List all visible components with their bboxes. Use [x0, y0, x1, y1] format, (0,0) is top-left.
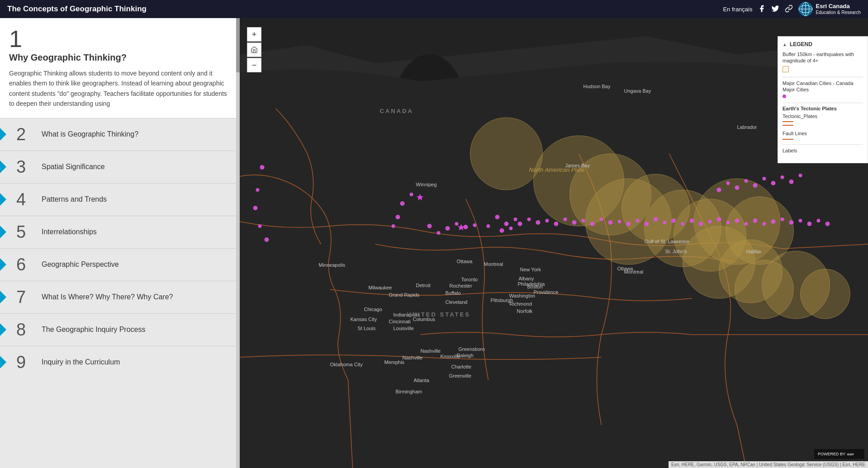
svg-point-74	[464, 225, 468, 229]
svg-point-61	[789, 220, 794, 225]
svg-point-82	[771, 181, 776, 185]
nav-label-4: Patterns and Trends	[42, 195, 107, 203]
legend-divider-1	[783, 77, 863, 77]
legend-fault-label: Fault Lines	[783, 130, 863, 137]
svg-text:Richmond: Richmond	[510, 301, 532, 307]
svg-point-35	[554, 222, 559, 226]
svg-point-58	[763, 222, 766, 226]
nav-number-4: 4	[16, 190, 34, 209]
svg-point-83	[781, 175, 784, 179]
svg-text:Oklahoma City: Oklahoma City	[330, 362, 363, 367]
svg-point-87	[256, 188, 260, 192]
nav-label-6: Geographic Perspective	[42, 260, 119, 269]
svg-point-79	[745, 179, 748, 183]
nav-arrow-4	[0, 193, 6, 206]
svg-text:Raleigh: Raleigh	[457, 353, 474, 358]
svg-point-59	[771, 219, 776, 224]
svg-point-50	[690, 218, 694, 223]
facebook-icon[interactable]	[758, 5, 766, 14]
zoom-in-button[interactable]: +	[247, 27, 261, 42]
nav-number-5: 5	[16, 222, 34, 242]
svg-text:Milwaukee: Milwaukee	[369, 285, 392, 290]
svg-point-55	[735, 218, 740, 223]
svg-text:Minneapolis: Minneapolis	[319, 262, 346, 268]
nav-arrow-3	[0, 161, 6, 173]
svg-text:St. John's: St. John's	[665, 249, 687, 254]
svg-text:James Bay: James Bay	[565, 163, 590, 168]
svg-text:Rochester: Rochester	[450, 283, 472, 288]
scrollbar[interactable]	[236, 18, 240, 468]
svg-text:Providence: Providence	[534, 289, 559, 295]
svg-point-43	[626, 222, 631, 226]
nav-item-9[interactable]: 9 Inquiry in the Curriculum	[0, 346, 240, 378]
scroll-thumb[interactable]	[236, 18, 240, 72]
nav-arrow-9	[0, 356, 6, 369]
svg-point-25	[495, 215, 500, 219]
svg-text:Winnipeg: Winnipeg	[416, 182, 437, 187]
esri-logo: Esri Canada Education & Research	[798, 2, 861, 16]
home-button[interactable]	[247, 43, 261, 57]
legend-cities-label: Major Canadian Cities - Canada Major Cit…	[783, 80, 863, 93]
legend-tectonic-label: Tectonic_Plates	[783, 113, 863, 119]
link-icon[interactable]	[785, 5, 793, 14]
svg-point-27	[514, 217, 517, 221]
nav-item-3[interactable]: 3 Spatial Significance	[0, 151, 240, 183]
svg-point-22	[801, 269, 850, 319]
nav-item-6[interactable]: 6 Geographic Perspective	[0, 248, 240, 281]
legend-item-labels: Labels	[783, 147, 863, 154]
nav-label-7: What Is Where? Why There? Why Care?	[42, 293, 173, 301]
svg-point-67	[410, 193, 413, 196]
svg-point-41	[608, 220, 613, 225]
svg-point-69	[392, 224, 395, 228]
svg-point-48	[672, 218, 676, 223]
svg-text:New York: New York	[520, 267, 541, 272]
nav-item-2[interactable]: 2 What is Geographic Thinking?	[0, 118, 240, 151]
zoom-out-button[interactable]: −	[247, 58, 261, 72]
legend-collapse-icon[interactable]: ▲	[783, 42, 787, 47]
nav-number-8: 8	[16, 320, 34, 340]
nav-item-5[interactable]: 5 Interrelationships	[0, 216, 240, 248]
svg-point-71	[437, 231, 441, 235]
svg-text:Louisville: Louisville	[394, 326, 414, 331]
twitter-icon[interactable]	[771, 5, 779, 14]
legend-panel: ▲ LEGEND Buffer 150km - earthquakes with…	[778, 36, 868, 163]
active-title: Why Geographic Thinking?	[9, 52, 229, 63]
language-link[interactable]: En français	[723, 6, 752, 13]
nav-item-7[interactable]: 7 What Is Where? Why There? Why Care?	[0, 281, 240, 313]
nav-label-2: What is Geographic Thinking?	[42, 130, 138, 138]
svg-point-47	[663, 221, 667, 224]
svg-text:Gulf of St. Lawrence: Gulf of St. Lawrence	[645, 239, 690, 244]
svg-point-30	[509, 227, 513, 230]
nav-item-8[interactable]: 8 The Geographic Inquiry Process	[0, 313, 240, 346]
nav-number-2: 2	[16, 125, 34, 144]
active-description: Geographic Thinking allows students to m…	[9, 68, 229, 109]
svg-point-51	[699, 222, 703, 226]
svg-point-78	[735, 185, 740, 190]
svg-text:Halifax: Halifax	[746, 249, 762, 254]
legend-fault-symbol	[783, 139, 863, 140]
header-actions: En français Esri Canad	[723, 2, 861, 16]
nav-item-4[interactable]: 4 Patterns and Trends	[0, 183, 240, 216]
svg-point-86	[260, 165, 265, 170]
svg-text:Ottawa: Ottawa	[457, 259, 473, 264]
svg-point-28	[487, 224, 490, 228]
svg-point-80	[753, 183, 758, 188]
nav-number-9: 9	[16, 353, 34, 372]
svg-text:Cincinnati: Cincinnati	[389, 319, 411, 324]
legend-square-symbol	[783, 66, 789, 72]
svg-point-39	[590, 222, 595, 226]
active-section: 1 Why Geographic Thinking? Geographic Th…	[0, 18, 240, 118]
svg-point-49	[681, 222, 685, 226]
svg-point-72	[446, 226, 450, 231]
svg-text:CANADA: CANADA	[380, 108, 413, 114]
map-container: North American Plate	[240, 18, 868, 468]
svg-text:Montreal: Montreal	[484, 261, 503, 267]
svg-text:Charlotte: Charlotte	[451, 364, 472, 369]
svg-text:esri: esri	[847, 452, 854, 456]
nav-label-3: Spatial Significance	[42, 163, 105, 171]
svg-text:Hudson Bay: Hudson Bay	[583, 84, 611, 89]
nav-number-3: 3	[16, 157, 34, 177]
legend-item-cities: Major Canadian Cities - Canada Major Cit…	[783, 80, 863, 99]
svg-point-54	[726, 221, 730, 224]
svg-text:Toronto: Toronto	[461, 277, 478, 282]
